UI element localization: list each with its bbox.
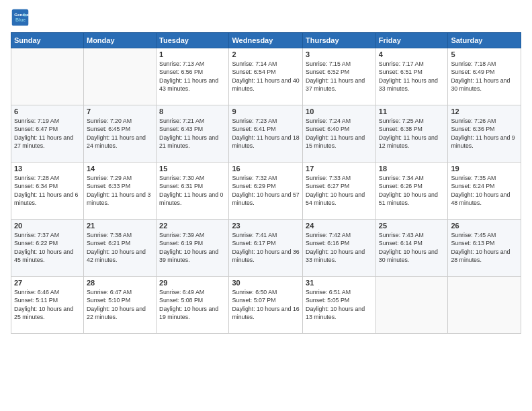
day-number: 9	[232, 107, 300, 116]
calendar-cell: 4Sunrise: 7:17 AM Sunset: 6:51 PM Daylig…	[375, 48, 448, 105]
day-info: Sunrise: 7:34 AM Sunset: 6:26 PM Dayligh…	[379, 174, 445, 207]
day-number: 7	[87, 107, 153, 116]
day-number: 1	[159, 50, 226, 58]
calendar-cell: 21Sunrise: 7:38 AM Sunset: 6:21 PM Dayli…	[83, 220, 156, 277]
day-number: 28	[87, 279, 153, 287]
day-info: Sunrise: 6:49 AM Sunset: 5:08 PM Dayligh…	[159, 288, 226, 321]
calendar-cell: 23Sunrise: 7:41 AM Sunset: 6:17 PM Dayli…	[229, 220, 303, 277]
day-number: 4	[379, 50, 445, 58]
day-number: 30	[232, 279, 300, 287]
calendar-cell: 20Sunrise: 7:37 AM Sunset: 6:22 PM Dayli…	[11, 220, 84, 277]
day-number: 10	[306, 107, 373, 116]
day-number: 3	[306, 50, 373, 58]
header: General Blue	[11, 8, 521, 27]
day-number: 20	[14, 222, 81, 230]
day-info: Sunrise: 7:35 AM Sunset: 6:24 PM Dayligh…	[451, 174, 518, 207]
day-header-tuesday: Tuesday	[157, 33, 229, 48]
day-number: 15	[159, 165, 226, 173]
calendar-cell: 2Sunrise: 7:14 AM Sunset: 6:54 PM Daylig…	[229, 48, 303, 105]
day-info: Sunrise: 7:38 AM Sunset: 6:21 PM Dayligh…	[87, 231, 153, 264]
day-info: Sunrise: 7:30 AM Sunset: 6:31 PM Dayligh…	[159, 174, 226, 207]
day-info: Sunrise: 7:23 AM Sunset: 6:41 PM Dayligh…	[232, 117, 300, 150]
calendar-cell: 14Sunrise: 7:29 AM Sunset: 6:33 PM Dayli…	[83, 163, 156, 220]
day-info: Sunrise: 7:15 AM Sunset: 6:52 PM Dayligh…	[306, 60, 373, 93]
day-number: 8	[159, 107, 226, 116]
calendar-cell: 24Sunrise: 7:42 AM Sunset: 6:16 PM Dayli…	[303, 220, 376, 277]
day-info: Sunrise: 7:21 AM Sunset: 6:43 PM Dayligh…	[159, 117, 226, 150]
day-info: Sunrise: 7:41 AM Sunset: 6:17 PM Dayligh…	[232, 231, 300, 264]
day-info: Sunrise: 7:29 AM Sunset: 6:33 PM Dayligh…	[87, 174, 153, 207]
calendar-cell	[448, 277, 521, 334]
day-info: Sunrise: 7:42 AM Sunset: 6:16 PM Dayligh…	[306, 231, 373, 264]
calendar-cell	[83, 48, 156, 105]
calendar-cell: 1Sunrise: 7:13 AM Sunset: 6:56 PM Daylig…	[157, 48, 229, 105]
day-header-sunday: Sunday	[11, 33, 84, 48]
calendar-cell: 5Sunrise: 7:18 AM Sunset: 6:49 PM Daylig…	[448, 48, 521, 105]
day-info: Sunrise: 7:43 AM Sunset: 6:14 PM Dayligh…	[379, 231, 445, 264]
week-row-4: 20Sunrise: 7:37 AM Sunset: 6:22 PM Dayli…	[11, 220, 521, 277]
day-number: 24	[306, 222, 373, 230]
day-number: 5	[451, 50, 518, 58]
day-info: Sunrise: 7:20 AM Sunset: 6:45 PM Dayligh…	[87, 117, 153, 150]
calendar-cell: 22Sunrise: 7:39 AM Sunset: 6:19 PM Dayli…	[157, 220, 229, 277]
day-info: Sunrise: 7:33 AM Sunset: 6:27 PM Dayligh…	[306, 174, 373, 207]
calendar-cell: 13Sunrise: 7:28 AM Sunset: 6:34 PM Dayli…	[11, 163, 84, 220]
day-number: 21	[87, 222, 153, 230]
day-header-friday: Friday	[375, 33, 448, 48]
day-number: 25	[379, 222, 445, 230]
day-info: Sunrise: 7:28 AM Sunset: 6:34 PM Dayligh…	[14, 174, 81, 207]
day-info: Sunrise: 7:39 AM Sunset: 6:19 PM Dayligh…	[159, 231, 226, 264]
day-number: 6	[14, 107, 81, 116]
day-number: 12	[451, 107, 518, 116]
day-info: Sunrise: 6:47 AM Sunset: 5:10 PM Dayligh…	[87, 288, 153, 321]
day-header-saturday: Saturday	[448, 33, 521, 48]
calendar-cell	[11, 48, 84, 105]
day-info: Sunrise: 7:17 AM Sunset: 6:51 PM Dayligh…	[379, 60, 445, 93]
day-number: 19	[451, 165, 518, 173]
calendar-cell: 31Sunrise: 6:51 AM Sunset: 5:05 PM Dayli…	[303, 277, 376, 334]
calendar-cell: 10Sunrise: 7:24 AM Sunset: 6:40 PM Dayli…	[303, 105, 376, 163]
day-info: Sunrise: 7:13 AM Sunset: 6:56 PM Dayligh…	[159, 60, 226, 93]
day-number: 14	[87, 165, 153, 173]
calendar-cell: 11Sunrise: 7:25 AM Sunset: 6:38 PM Dayli…	[375, 105, 448, 163]
calendar-cell: 12Sunrise: 7:26 AM Sunset: 6:36 PM Dayli…	[448, 105, 521, 163]
day-info: Sunrise: 6:46 AM Sunset: 5:11 PM Dayligh…	[14, 288, 81, 321]
day-number: 29	[159, 279, 226, 287]
page: General Blue SundayMondayTuesdayWednesda…	[0, 0, 532, 411]
logo-icon: General Blue	[11, 8, 30, 27]
calendar-cell: 18Sunrise: 7:34 AM Sunset: 6:26 PM Dayli…	[375, 163, 448, 220]
day-info: Sunrise: 7:14 AM Sunset: 6:54 PM Dayligh…	[232, 60, 300, 93]
calendar-cell: 6Sunrise: 7:19 AM Sunset: 6:47 PM Daylig…	[11, 105, 84, 163]
day-number: 22	[159, 222, 226, 230]
svg-text:General: General	[14, 12, 30, 17]
day-number: 16	[232, 165, 300, 173]
day-header-thursday: Thursday	[303, 33, 376, 48]
calendar-cell: 28Sunrise: 6:47 AM Sunset: 5:10 PM Dayli…	[83, 277, 156, 334]
day-number: 26	[451, 222, 518, 230]
calendar-table: SundayMondayTuesdayWednesdayThursdayFrid…	[11, 32, 521, 334]
calendar-cell	[375, 277, 448, 334]
day-info: Sunrise: 7:32 AM Sunset: 6:29 PM Dayligh…	[232, 174, 300, 207]
day-number: 17	[306, 165, 373, 173]
day-number: 13	[14, 165, 81, 173]
calendar-cell: 29Sunrise: 6:49 AM Sunset: 5:08 PM Dayli…	[157, 277, 229, 334]
day-info: Sunrise: 7:24 AM Sunset: 6:40 PM Dayligh…	[306, 117, 373, 150]
day-number: 27	[14, 279, 81, 287]
day-number: 18	[379, 165, 445, 173]
day-number: 11	[379, 107, 445, 116]
calendar-cell: 26Sunrise: 7:45 AM Sunset: 6:13 PM Dayli…	[448, 220, 521, 277]
day-header-monday: Monday	[83, 33, 156, 48]
day-info: Sunrise: 7:37 AM Sunset: 6:22 PM Dayligh…	[14, 231, 81, 264]
calendar-header-row: SundayMondayTuesdayWednesdayThursdayFrid…	[11, 33, 521, 48]
svg-text:Blue: Blue	[15, 17, 26, 22]
calendar-cell: 17Sunrise: 7:33 AM Sunset: 6:27 PM Dayli…	[303, 163, 376, 220]
logo: General Blue	[11, 8, 32, 27]
week-row-1: 1Sunrise: 7:13 AM Sunset: 6:56 PM Daylig…	[11, 48, 521, 105]
calendar-cell: 15Sunrise: 7:30 AM Sunset: 6:31 PM Dayli…	[157, 163, 229, 220]
day-number: 2	[232, 50, 300, 58]
calendar-cell: 16Sunrise: 7:32 AM Sunset: 6:29 PM Dayli…	[229, 163, 303, 220]
day-info: Sunrise: 7:25 AM Sunset: 6:38 PM Dayligh…	[379, 117, 445, 150]
calendar-cell: 9Sunrise: 7:23 AM Sunset: 6:41 PM Daylig…	[229, 105, 303, 163]
day-info: Sunrise: 6:51 AM Sunset: 5:05 PM Dayligh…	[306, 288, 373, 321]
day-number: 23	[232, 222, 300, 230]
